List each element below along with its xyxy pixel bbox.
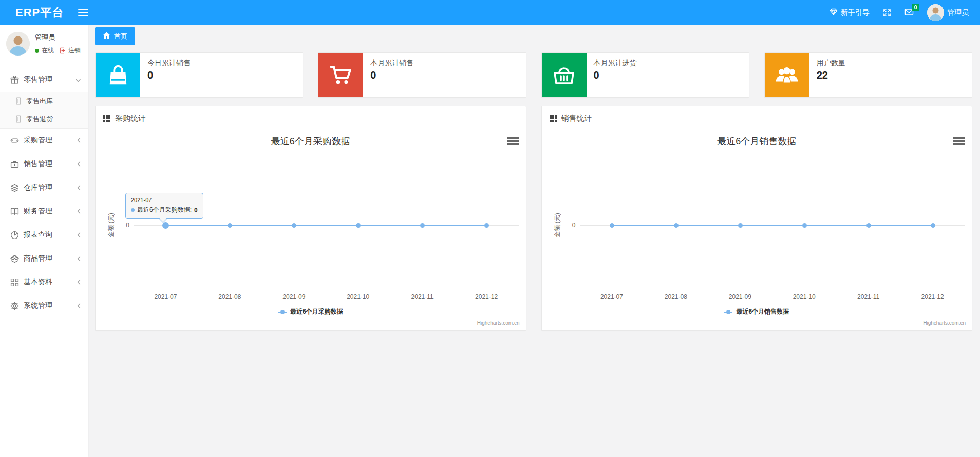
sidebar-item-retail-return[interactable]: 零售退货 — [0, 110, 88, 128]
online-status-icon — [35, 49, 39, 53]
sidebar-item-finance[interactable]: 财务管理 — [0, 199, 88, 223]
panel-title: 采购统计 — [115, 114, 146, 123]
plot-area: 2021-07 2021-08 2021-09 2021-10 2021-11 … — [580, 130, 965, 330]
legend-marker-icon — [278, 312, 287, 313]
legend-label: 最近6个月销售数据 — [736, 307, 789, 316]
grid-icon — [10, 278, 19, 287]
stat-card-month-purchase: 本月累计进货 0 — [541, 52, 749, 98]
stat-card-title: 本月累计进货 — [594, 59, 637, 68]
basket-icon — [542, 53, 587, 97]
legend-item[interactable]: 最近6个月销售数据 — [542, 307, 972, 316]
online-status-label: 在线 — [42, 46, 54, 55]
gift-icon — [10, 76, 19, 84]
username-label: 管理员 — [947, 8, 969, 17]
sidebar-item-label: 报表查询 — [24, 230, 52, 240]
x-axis-label: 2021-12 — [463, 293, 510, 300]
chevron-left-icon — [77, 207, 81, 215]
sidebar-item-label: 商品管理 — [24, 254, 52, 263]
book-icon — [10, 207, 19, 216]
journal-icon — [14, 115, 22, 123]
th-grid-icon — [103, 115, 110, 122]
sidebar-item-label: 零售出库 — [26, 97, 53, 106]
data-point[interactable] — [356, 223, 361, 228]
layers-icon — [10, 184, 19, 192]
data-point[interactable] — [610, 223, 614, 228]
sidebar-item-purchase[interactable]: 采购管理 — [0, 129, 88, 152]
sidebar-item-sales[interactable]: 销售管理 — [0, 152, 88, 176]
sidebar-username: 管理员 — [35, 33, 81, 42]
sidebar-item-goods[interactable]: 商品管理 — [0, 247, 88, 270]
app-brand: ERP平台 — [0, 5, 78, 21]
loop-icon — [10, 136, 19, 145]
sidebar-item-reports[interactable]: 报表查询 — [0, 223, 88, 247]
data-point[interactable] — [228, 223, 232, 228]
data-point[interactable] — [802, 223, 807, 228]
cart-icon — [318, 53, 363, 97]
chart-tooltip: 2021-07 最近6个月采购数据: 0 — [125, 193, 203, 219]
top-navbar: ERP平台 新手引导 — [0, 0, 980, 25]
tooltip-date: 2021-07 — [131, 197, 198, 203]
stat-card-value: 0 — [370, 69, 413, 81]
sidebar-item-retail[interactable]: 零售管理 — [0, 68, 88, 92]
sidebar-item-warehouse[interactable]: 仓库管理 — [0, 176, 88, 199]
x-axis-line — [134, 289, 519, 289]
user-avatar — [927, 4, 944, 21]
sidebar-toggle-icon[interactable] — [78, 9, 88, 16]
data-point[interactable] — [420, 223, 425, 228]
box-icon — [10, 254, 19, 263]
x-axis-label: 2021-07 — [589, 293, 635, 300]
x-axis-label: 2021-10 — [781, 293, 827, 300]
data-point[interactable] — [931, 223, 935, 228]
legend-item[interactable]: 最近6个月采购数据 — [96, 307, 526, 316]
chevron-left-icon — [77, 302, 81, 310]
sidebar-item-system[interactable]: 系统管理 — [0, 294, 88, 318]
stat-card-user-count: 用户数量 22 — [764, 52, 972, 98]
highcharts-credits-link[interactable]: Highcharts.com.cn — [923, 320, 966, 326]
logout-button[interactable]: 注销 — [60, 46, 81, 55]
erp-dashboard: ERP平台 新手引导 — [0, 0, 980, 457]
highcharts-credits-link[interactable]: Highcharts.com.cn — [477, 320, 520, 326]
series-line — [165, 225, 486, 226]
shopping-bag-icon — [96, 53, 140, 97]
tooltip-series-label: 最近6个月采购数据: — [137, 206, 192, 214]
sidebar-menu: 零售管理 零售出库 — [0, 68, 88, 318]
x-axis-label: 2021-11 — [845, 293, 892, 300]
chevron-left-icon — [77, 136, 81, 144]
purchase-stats-panel: 采购统计 最近6个月采购数据 金额 (元) 0 — [95, 106, 526, 331]
chart-panels: 采购统计 最近6个月采购数据 金额 (元) 0 — [95, 106, 972, 331]
stat-cards: 今日累计销售 0 本月累计销售 0 — [95, 52, 972, 98]
sidebar-item-label: 基本资料 — [24, 278, 52, 287]
data-point[interactable] — [866, 223, 871, 228]
data-point[interactable] — [162, 222, 169, 229]
stat-card-month-sales: 本月累计销售 0 — [318, 52, 526, 98]
series-dot-icon — [131, 208, 135, 212]
panel-header: 采购统计 — [96, 106, 526, 130]
sidebar-item-label: 财务管理 — [24, 207, 52, 216]
legend-marker-icon — [724, 312, 732, 313]
guide-label: 新手引导 — [841, 8, 870, 17]
fullscreen-button[interactable] — [883, 9, 891, 17]
tab-home[interactable]: 首页 — [95, 27, 135, 45]
messages-button[interactable]: 0 — [904, 8, 914, 17]
user-menu[interactable]: 管理员 — [927, 4, 969, 21]
th-grid-icon — [550, 115, 557, 122]
sidebar-user-avatar — [6, 32, 30, 56]
data-point[interactable] — [484, 223, 489, 228]
guide-button[interactable]: 新手引导 — [830, 8, 870, 17]
stat-card-title: 用户数量 — [817, 59, 845, 68]
x-axis-label: 2021-07 — [142, 293, 189, 300]
home-icon — [103, 32, 110, 41]
sidebar-item-label: 零售退货 — [26, 115, 53, 124]
x-axis-label: 2021-10 — [335, 293, 381, 300]
data-point[interactable] — [674, 223, 679, 228]
sidebar-item-label: 销售管理 — [24, 159, 52, 169]
data-point[interactable] — [738, 223, 743, 228]
sidebar-item-basic-data[interactable]: 基本资料 — [0, 270, 88, 294]
retail-submenu: 零售出库 零售退货 — [0, 92, 88, 129]
sidebar-item-label: 系统管理 — [24, 301, 52, 310]
sidebar: 管理员 在线 注销 — [0, 25, 88, 457]
y-axis-tick: 0 — [113, 222, 129, 229]
sidebar-item-retail-out[interactable]: 零售出库 — [0, 92, 88, 110]
data-point[interactable] — [292, 223, 296, 228]
users-icon — [765, 53, 809, 97]
